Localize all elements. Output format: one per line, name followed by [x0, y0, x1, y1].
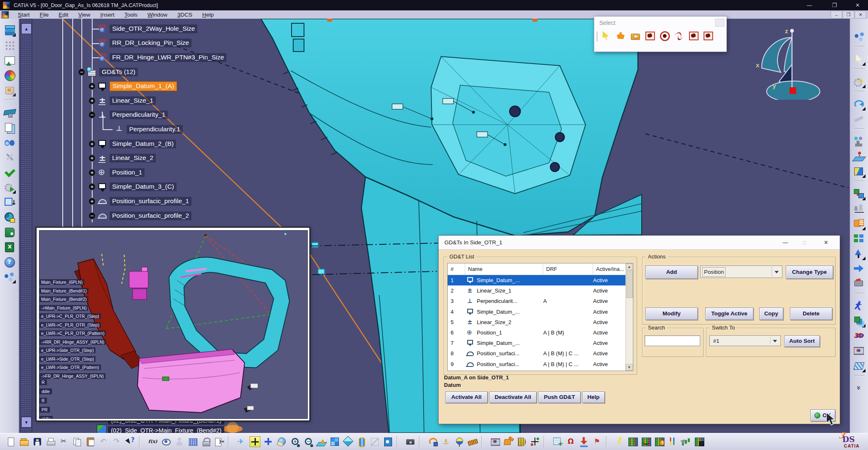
tree-item-label[interactable]: Position_surfacic_profile_1 — [110, 197, 191, 206]
3d-text-icon[interactable] — [853, 330, 866, 343]
tree-item[interactable]: + Position_1 — [0, 165, 354, 180]
table-scrollbar[interactable]: ▲ ▼ — [625, 263, 633, 371]
constraint-boxes-icon[interactable] — [853, 232, 866, 246]
catalog-books-icon[interactable] — [3, 121, 16, 134]
change-type-button[interactable]: Change Type — [786, 266, 833, 279]
wireframe-view-icon[interactable] — [369, 436, 380, 447]
mdi-minimize-button[interactable]: – — [831, 11, 842, 19]
minimize-button[interactable]: — — [801, 0, 818, 10]
part-label[interactable]: ->Main_Fixture_(6PLN) — [39, 305, 88, 311]
toggle-active-button[interactable]: Toggle Active — [705, 307, 753, 320]
animation-film-icon[interactable] — [490, 436, 500, 447]
tree-item[interactable]: + Simple_Datum_3_(C) — [0, 180, 354, 194]
select-arrow-icon[interactable] — [853, 53, 866, 66]
dialog-title-bar[interactable]: GD&Ts In Side_OTR_1 — □ ✕ — [439, 236, 840, 250]
tree-item-label[interactable]: Position_1 — [110, 168, 145, 177]
analysis-grid-icon[interactable] — [628, 436, 638, 447]
measure-cube-icon[interactable] — [3, 84, 16, 97]
part-label[interactable]: Main_Fixture_(Bend#2) — [39, 296, 88, 302]
part-label[interactable]: PR — [39, 407, 50, 413]
deactivate-all-button[interactable]: Deactivate All — [489, 391, 537, 403]
macro-pointer-icon[interactable] — [853, 75, 866, 89]
save-results-icon[interactable] — [694, 436, 705, 447]
tree-item-label[interactable]: FR_DR_Hinge_LWR_PTN#3_Pin_Size — [110, 53, 226, 62]
section-view-icon[interactable] — [853, 165, 866, 178]
menu-item[interactable]: Edit — [54, 11, 73, 18]
molecule-icon[interactable] — [853, 30, 866, 44]
column-header[interactable]: Name — [465, 263, 543, 275]
menu-item[interactable]: Tools — [119, 11, 142, 18]
tree-item[interactable]: + Linear_Size_2 — [0, 151, 354, 165]
intersecting-trap-icon[interactable] — [703, 30, 714, 41]
print-icon[interactable] — [45, 436, 56, 447]
tree-item-label[interactable]: Side_OTR_2Way_Hole_Size — [110, 25, 197, 33]
tree-item-label[interactable]: Perpendicularity_1 — [110, 111, 168, 119]
circle-trap-icon[interactable] — [659, 30, 670, 41]
notebook-icon[interactable] — [3, 226, 16, 239]
lock-icon[interactable] — [201, 436, 211, 447]
menu-item[interactable]: File — [35, 11, 54, 18]
quick-trap-icon[interactable] — [615, 30, 626, 41]
clamp-icon[interactable] — [853, 277, 866, 290]
tree-item[interactable]: Perpendicularity.1 — [0, 122, 371, 137]
sweep-brush-icon[interactable] — [853, 113, 866, 126]
color-wheel-icon[interactable] — [3, 69, 16, 82]
restore-button[interactable]: ❐ — [826, 0, 843, 10]
camera-icon[interactable] — [405, 436, 416, 447]
switch-to-dropdown[interactable]: #1 — [709, 335, 781, 346]
gdt-table-row[interactable]: 4 Simple_Datum_... Active — [448, 307, 633, 317]
scrollbar-thumb[interactable] — [626, 270, 633, 298]
part-label[interactable]: e_LWR->Side_OTR_(Step) — [39, 356, 96, 362]
fly-mode-icon[interactable] — [236, 436, 247, 447]
formula-icon[interactable] — [147, 436, 158, 447]
whats-this-icon[interactable] — [125, 436, 136, 447]
paint-stroke-trap-icon[interactable] — [674, 30, 684, 41]
results-chart-icon[interactable] — [681, 436, 691, 447]
dialog-maximize-button[interactable]: □ — [797, 237, 812, 248]
new-file-icon[interactable] — [5, 436, 16, 447]
graphic-properties-icon[interactable] — [853, 135, 866, 148]
search-input[interactable] — [645, 335, 700, 346]
tree-item-label[interactable]: Linear_Size_2 — [110, 154, 156, 162]
part-label[interactable]: Main_Fixture_(Bend#1) — [39, 288, 88, 294]
modify-button[interactable]: Modify — [645, 307, 698, 320]
anchor-icon[interactable] — [441, 436, 451, 447]
tree-item[interactable]: − Position_surfacic_profile_2 — [0, 209, 354, 223]
tree-expander[interactable]: + — [88, 183, 96, 190]
iso-view-icon[interactable] — [343, 436, 353, 447]
gdt-table-row[interactable]: 6 Position_1 A | B (M) Active — [448, 327, 633, 338]
rectangle-trap-icon[interactable] — [645, 30, 655, 41]
shaded-view-icon[interactable] — [356, 436, 367, 447]
gdt-table-row[interactable]: 7 Simple_Datum_... Active — [448, 338, 633, 348]
open-folder-icon[interactable] — [19, 436, 29, 447]
save-icon[interactable] — [32, 436, 43, 447]
rotate-icon[interactable] — [276, 436, 287, 447]
part-label[interactable]: e_LWR->Side_OTR_(Pattern) — [39, 364, 101, 370]
analysis-curve-icon[interactable] — [641, 436, 652, 447]
selection-set-icon[interactable] — [630, 30, 641, 41]
auto-sort-button[interactable]: Auto Sort — [784, 335, 820, 347]
design-table-icon[interactable] — [187, 436, 198, 447]
help-icon[interactable] — [3, 256, 16, 269]
compass[interactable]: z x y — [748, 25, 836, 100]
copy-button[interactable]: Copy — [759, 307, 783, 320]
gdt-table-row[interactable]: 2 Linear_Size_1 Active — [448, 285, 633, 296]
molecule-icon[interactable] — [3, 270, 16, 284]
tree-expander[interactable]: + — [88, 97, 96, 104]
menu-item[interactable]: Insert — [96, 11, 120, 18]
quick-view-icon[interactable] — [329, 436, 340, 447]
comment-globe-icon[interactable] — [161, 436, 172, 447]
workbench-layers-icon[interactable] — [3, 24, 16, 37]
axis-system-icon[interactable] — [530, 436, 540, 447]
tree-expander[interactable]: + — [88, 83, 96, 90]
hatch-section-icon[interactable] — [853, 359, 866, 373]
tree-expander[interactable]: + — [88, 155, 96, 162]
validate-check-icon[interactable] — [3, 166, 16, 179]
tools-icon[interactable] — [3, 151, 16, 164]
part-label[interactable]: R — [39, 398, 47, 403]
relations-icon[interactable] — [214, 436, 225, 447]
scroll-down-button[interactable]: ▼ — [21, 417, 32, 428]
balloon-icon[interactable] — [454, 436, 465, 447]
normal-view-icon[interactable] — [316, 436, 327, 447]
excel-export-icon[interactable] — [3, 241, 16, 254]
